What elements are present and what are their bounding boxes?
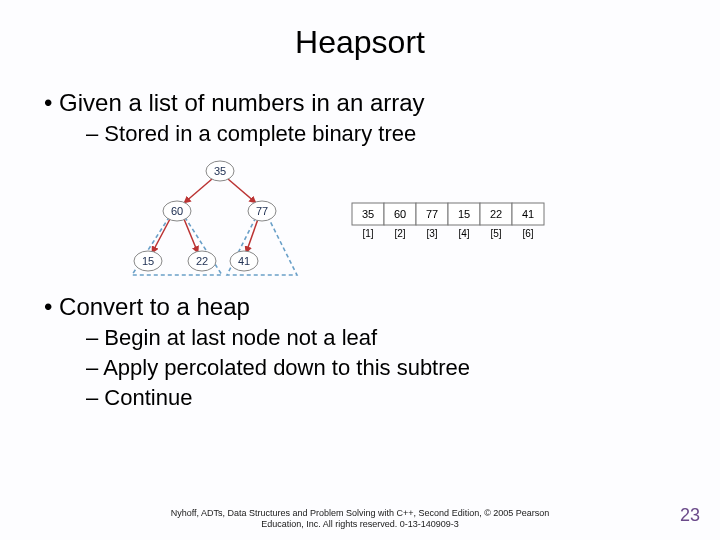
node-6-label: 41 (238, 255, 250, 267)
figure: 35 60 77 15 22 41 (112, 155, 688, 285)
arr-i3: [3] (426, 228, 437, 239)
tree-node-4: 15 (134, 251, 162, 271)
arr-v5: 22 (490, 208, 502, 220)
node-3-label: 77 (256, 205, 268, 217)
tree-node-2: 60 (163, 201, 191, 221)
node-2-label: 60 (171, 205, 183, 217)
arr-i2: [2] (394, 228, 405, 239)
svg-line-3 (184, 219, 198, 253)
page-number: 23 (680, 505, 700, 526)
array-table: 35 60 77 15 22 41 [1] [2] [3] [4] [5] [6… (352, 203, 544, 239)
tree-node-3: 77 (248, 201, 276, 221)
arr-v2: 60 (394, 208, 406, 220)
tree-node-5: 22 (188, 251, 216, 271)
node-4-label: 15 (142, 255, 154, 267)
svg-line-0 (184, 179, 212, 203)
arr-i6: [6] (522, 228, 533, 239)
footer-line-2: Education, Inc. All rights reserved. 0-1… (261, 519, 459, 529)
slide-container: Heapsort Given a list of numbers in an a… (0, 0, 720, 540)
arr-i1: [1] (362, 228, 373, 239)
slide-title: Heapsort (32, 24, 688, 61)
tree-and-array-diagram: 35 60 77 15 22 41 (112, 155, 552, 285)
arr-v1: 35 (362, 208, 374, 220)
footer-line-1: Nyhoff, ADTs, Data Structures and Proble… (171, 508, 550, 518)
subbullet-4: Continue (86, 385, 688, 411)
svg-line-1 (228, 179, 256, 203)
tree-node-root: 35 (206, 161, 234, 181)
arr-i4: [4] (458, 228, 469, 239)
subbullet-3: Apply percolated down to this subtree (86, 355, 688, 381)
svg-line-2 (152, 219, 170, 253)
subbullet-2: Begin at last node not a leaf (86, 325, 688, 351)
node-1-label: 35 (214, 165, 226, 177)
tree-node-6: 41 (230, 251, 258, 271)
arr-v4: 15 (458, 208, 470, 220)
bullet-2: Convert to a heap (44, 293, 688, 321)
node-5-label: 22 (196, 255, 208, 267)
arr-v3: 77 (426, 208, 438, 220)
footer-citation: Nyhoff, ADTs, Data Structures and Proble… (60, 508, 660, 530)
bullet-1: Given a list of numbers in an array (44, 89, 688, 117)
arr-i5: [5] (490, 228, 501, 239)
subbullet-1: Stored in a complete binary tree (86, 121, 688, 147)
arr-v6: 41 (522, 208, 534, 220)
